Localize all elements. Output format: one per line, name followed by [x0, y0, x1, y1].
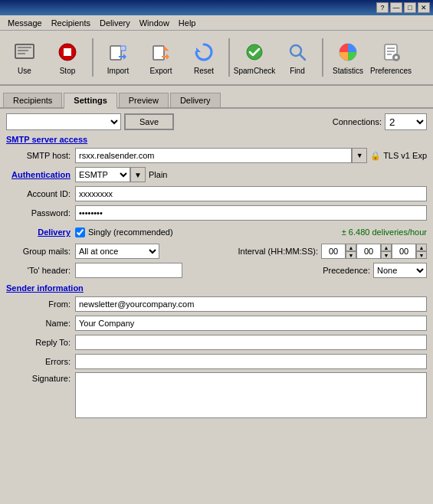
- delivery-info: ± 6.480 deliveries/hour: [342, 227, 427, 237]
- interval-hours-up[interactable]: ▲: [346, 244, 356, 251]
- sender-section-header[interactable]: Sender information: [6, 283, 427, 293]
- svg-rect-3: [18, 53, 25, 54]
- signature-row: Signature:: [6, 372, 427, 418]
- smtp-host-row: SMTP host: ▼ 🔒 TLS v1 Exp: [6, 147, 427, 164]
- smtp-host-dropdown[interactable]: ▼: [352, 148, 367, 163]
- account-id-input[interactable]: [75, 186, 427, 201]
- lock-icon: 🔒: [370, 151, 381, 161]
- use-button[interactable]: Use: [5, 34, 44, 81]
- auth-label[interactable]: Authentication: [6, 170, 75, 179]
- menu-bar: Message Recipients Delivery Window Help: [0, 15, 433, 31]
- name-input[interactable]: [75, 316, 427, 331]
- interval-hours-spin: ▲ ▼: [346, 244, 356, 259]
- statistics-button[interactable]: Statistics: [328, 34, 368, 81]
- interval-minutes-down[interactable]: ▼: [381, 251, 392, 259]
- name-row: Name:: [6, 315, 427, 332]
- delivery-row: Delivery Singly (recommended) ± 6.480 de…: [6, 224, 427, 241]
- password-input[interactable]: [75, 205, 427, 221]
- profile-select[interactable]: [6, 113, 121, 130]
- connections-select[interactable]: 2: [385, 113, 427, 130]
- import-label: Import: [107, 67, 129, 75]
- svg-rect-1: [18, 47, 31, 48]
- from-input[interactable]: [75, 296, 427, 312]
- menu-delivery[interactable]: Delivery: [95, 17, 135, 29]
- interval-minutes-up[interactable]: ▲: [381, 244, 392, 251]
- precedence-select[interactable]: None: [373, 263, 427, 278]
- reply-to-input[interactable]: [75, 335, 427, 350]
- group-mails-row: Group mails: All at once Interval (HH:MM…: [6, 243, 427, 260]
- reset-label: Reset: [194, 67, 214, 75]
- to-header-row: 'To' header: Precedence: None: [6, 262, 427, 279]
- tab-settings[interactable]: Settings: [64, 93, 116, 109]
- find-label: Find: [290, 67, 304, 75]
- name-label: Name:: [6, 319, 75, 328]
- interval-seconds[interactable]: [392, 244, 416, 259]
- toolbar-separator-2: [228, 38, 230, 77]
- tab-delivery[interactable]: Delivery: [170, 93, 221, 107]
- maximize-button[interactable]: □: [404, 2, 416, 13]
- interval-seconds-down[interactable]: ▼: [416, 251, 427, 259]
- auth-select[interactable]: ESMTP: [75, 167, 130, 182]
- find-icon: [285, 40, 310, 64]
- close-button[interactable]: ✕: [418, 2, 430, 13]
- delivery-label[interactable]: Delivery: [6, 227, 75, 237]
- smtp-section-header[interactable]: SMTP server access: [6, 135, 427, 144]
- group-mails-select[interactable]: All at once: [75, 244, 159, 259]
- save-button[interactable]: Save: [124, 113, 174, 130]
- title-bar: ? — □ ✕: [0, 0, 433, 15]
- stop-label: Stop: [60, 67, 76, 75]
- interval-seconds-spin: ▲ ▼: [416, 244, 427, 259]
- svg-rect-9: [153, 46, 164, 60]
- spamcheck-button[interactable]: SpamCheck: [235, 34, 274, 81]
- auth-dropdown-btn[interactable]: ▼: [130, 167, 146, 182]
- menu-help[interactable]: Help: [174, 17, 201, 29]
- preferences-button[interactable]: Preferences: [371, 34, 411, 81]
- account-id-label: Account ID:: [6, 189, 75, 198]
- delivery-checkbox[interactable]: [75, 227, 85, 237]
- reset-icon: [192, 40, 216, 64]
- menu-recipients[interactable]: Recipients: [47, 17, 95, 29]
- menu-message[interactable]: Message: [3, 17, 47, 29]
- singly-label: Singly (recommended): [88, 227, 173, 237]
- title-bar-controls: ? — □ ✕: [376, 2, 430, 13]
- to-header-input[interactable]: [75, 263, 182, 278]
- reply-to-row: Reply To:: [6, 334, 427, 351]
- export-label: Export: [150, 67, 172, 75]
- spamcheck-icon: [242, 40, 267, 64]
- stop-button[interactable]: Stop: [48, 34, 87, 81]
- spamcheck-label: SpamCheck: [234, 67, 275, 75]
- interval-minutes[interactable]: [356, 244, 381, 259]
- export-button[interactable]: Export: [141, 34, 181, 81]
- smtp-host-label: SMTP host:: [6, 151, 75, 160]
- password-label: Password:: [6, 208, 75, 218]
- signature-label: Signature:: [6, 372, 75, 383]
- password-row: Password:: [6, 205, 427, 221]
- group-mails-label: Group mails:: [6, 247, 75, 256]
- menu-window[interactable]: Window: [135, 17, 174, 29]
- tab-recipients[interactable]: Recipients: [3, 93, 62, 107]
- tab-preview[interactable]: Preview: [119, 93, 169, 107]
- find-button[interactable]: Find: [277, 34, 317, 81]
- profile-row: Save Connections: 2: [6, 113, 427, 130]
- svg-rect-17: [387, 47, 395, 49]
- svg-rect-6: [110, 46, 121, 60]
- export-icon: [149, 40, 173, 64]
- from-label: From:: [6, 299, 75, 309]
- preferences-icon: [379, 40, 403, 64]
- errors-input[interactable]: [75, 354, 427, 369]
- signature-textarea[interactable]: [75, 372, 427, 418]
- smtp-host-input[interactable]: [75, 148, 352, 163]
- tls-label: 🔒 TLS v1 Exp: [370, 151, 427, 161]
- interval-hours[interactable]: [321, 244, 346, 259]
- interval-hours-down[interactable]: ▼: [346, 251, 356, 259]
- use-icon: [12, 40, 37, 64]
- preferences-label: Preferences: [370, 67, 412, 75]
- from-row: From:: [6, 296, 427, 313]
- interval-seconds-up[interactable]: ▲: [416, 244, 427, 251]
- reset-button[interactable]: Reset: [184, 34, 224, 81]
- statistics-icon: [336, 40, 360, 64]
- minimize-button[interactable]: —: [390, 2, 402, 13]
- help-button[interactable]: ?: [376, 2, 389, 13]
- svg-point-21: [395, 56, 398, 59]
- import-button[interactable]: Import: [98, 34, 138, 81]
